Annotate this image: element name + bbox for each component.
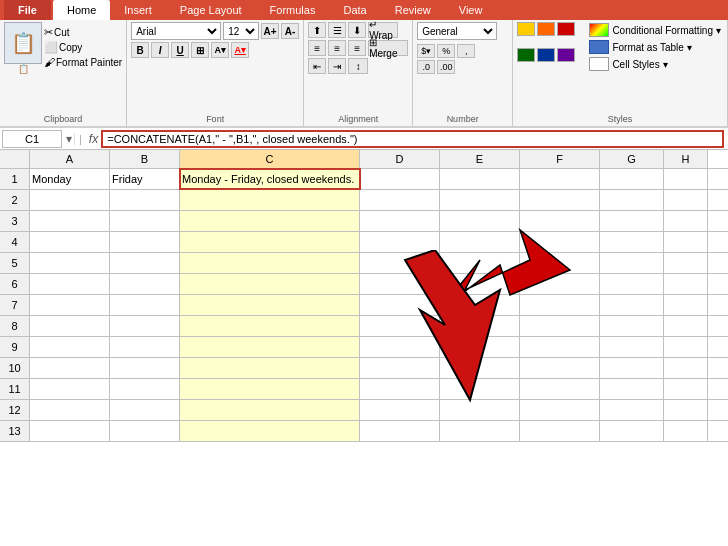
italic-button[interactable]: I: [151, 42, 169, 58]
col-header-b[interactable]: B: [110, 150, 180, 168]
indent-increase-button[interactable]: ⇥: [328, 58, 346, 74]
row-num-8: 8: [0, 316, 30, 336]
number-row2: .0 .00: [417, 60, 508, 74]
cell-d1[interactable]: [360, 169, 440, 189]
cell-c2[interactable]: [180, 190, 360, 210]
col-header-a[interactable]: A: [30, 150, 110, 168]
decrease-font-button[interactable]: A-: [281, 23, 299, 39]
styles-right: Conditional Formatting ▾ Format as Table…: [587, 22, 723, 72]
table-row: 6: [0, 274, 728, 295]
cell-e1[interactable]: [440, 169, 520, 189]
font-group: Arial 12 A+ A- B I U ⊞ A▾ A▾: [127, 20, 304, 126]
formula-bar: C1 ▾ | fx =CONCATENATE(A1," - ",B1,", cl…: [0, 128, 728, 150]
merge-button[interactable]: ⊞ Merge: [368, 40, 408, 56]
tab-formulas[interactable]: Formulas: [256, 0, 330, 20]
format-painter-button[interactable]: 🖌 Format Painter: [44, 56, 122, 68]
table-row: 8: [0, 316, 728, 337]
tab-insert[interactable]: Insert: [110, 0, 166, 20]
tab-home[interactable]: Home: [53, 0, 110, 20]
row-num-9: 9: [0, 337, 30, 357]
swatch2: [537, 22, 555, 36]
cut-button[interactable]: ✂ Cut: [44, 26, 122, 39]
currency-button[interactable]: $▾: [417, 44, 435, 58]
tab-view[interactable]: View: [445, 0, 497, 20]
spreadsheet: A B C D E F G H 1 Monday Friday Monday -…: [0, 150, 728, 442]
percent-button[interactable]: %: [437, 44, 455, 58]
number-group: General $▾ % , .0 .00 Number: [413, 20, 513, 126]
increase-font-button[interactable]: A+: [261, 23, 279, 39]
cell-reference[interactable]: C1: [2, 130, 62, 148]
conditional-icon: [589, 23, 609, 37]
cell-f1[interactable]: [520, 169, 600, 189]
align-row2: ≡ ≡ ≡ ⊞ Merge: [308, 40, 408, 56]
decrease-decimal-button[interactable]: .00: [437, 60, 455, 74]
cell-a2[interactable]: [30, 190, 110, 210]
cell-a1[interactable]: Monday: [30, 169, 110, 189]
swatch6: [557, 48, 575, 62]
table-row: 10: [0, 358, 728, 379]
row-num-13: 13: [0, 421, 30, 441]
table-row: 11: [0, 379, 728, 400]
conditional-formatting-button[interactable]: Conditional Formatting ▾: [587, 22, 723, 38]
bottom-align-button[interactable]: ⬇: [348, 22, 366, 38]
col-header-c[interactable]: C: [180, 150, 360, 168]
wrap-text-button[interactable]: ↵ Wrap: [368, 22, 398, 38]
number-format-select[interactable]: General: [417, 22, 497, 40]
formula-input[interactable]: =CONCATENATE(A1," - ",B1,", closed weeke…: [101, 130, 724, 148]
ribbon: 📋 📋 ✂ Cut ⬜ Copy: [0, 20, 728, 128]
underline-button[interactable]: U: [171, 42, 189, 58]
col-header-e[interactable]: E: [440, 150, 520, 168]
format-painter-icon: 🖌: [44, 56, 55, 68]
bold-button[interactable]: B: [131, 42, 149, 58]
indent-decrease-button[interactable]: ⇤: [308, 58, 326, 74]
tab-file[interactable]: File: [4, 0, 51, 20]
cell-styles-button[interactable]: Cell Styles ▾: [587, 56, 723, 72]
tab-review[interactable]: Review: [381, 0, 445, 20]
cell-h1[interactable]: [664, 169, 708, 189]
row-num-11: 11: [0, 379, 30, 399]
font-size-select[interactable]: 12: [223, 22, 259, 40]
alignment-label: Alignment: [304, 114, 412, 124]
row-num-12: 12: [0, 400, 30, 420]
font-row2: B I U ⊞ A▾ A▾: [131, 42, 299, 58]
copy-button[interactable]: ⬜ Copy: [44, 41, 122, 54]
cell-b2[interactable]: [110, 190, 180, 210]
paste-button[interactable]: 📋 📋: [4, 22, 42, 74]
center-align-button[interactable]: ≡: [328, 40, 346, 56]
middle-align-button[interactable]: ☰: [328, 22, 346, 38]
col-header-g[interactable]: G: [600, 150, 664, 168]
increase-decimal-button[interactable]: .0: [417, 60, 435, 74]
font-name-select[interactable]: Arial: [131, 22, 221, 40]
tab-bar: File Home Insert Page Layout Formulas Da…: [0, 0, 728, 20]
styles-group-body: Conditional Formatting ▾ Format as Table…: [517, 22, 723, 72]
tab-data[interactable]: Data: [329, 0, 380, 20]
number-row1: $▾ % ,: [417, 44, 508, 58]
col-header-h[interactable]: H: [664, 150, 708, 168]
comma-button[interactable]: ,: [457, 44, 475, 58]
fill-color-button[interactable]: A▾: [211, 42, 229, 58]
fx-label: fx: [86, 132, 101, 146]
dropdown-arrow-icon[interactable]: ▾: [64, 132, 74, 146]
top-align-button[interactable]: ⬆: [308, 22, 326, 38]
border-button[interactable]: ⊞: [191, 42, 209, 58]
format-as-table-button[interactable]: Format as Table ▾: [587, 39, 723, 55]
text-direction-button[interactable]: ↕: [348, 58, 368, 74]
font-group-body: Arial 12 A+ A- B I U ⊞ A▾ A▾: [131, 22, 299, 62]
alignment-group-body: ⬆ ☰ ⬇ ↵ Wrap ≡ ≡ ≡ ⊞ Merge ⇤ ⇥ ↕: [308, 22, 408, 74]
formula-fx-divider: |: [74, 133, 86, 145]
cell-c1[interactable]: Monday - Friday, closed weekends. 📋 (Ctr…: [180, 169, 360, 189]
font-color-button[interactable]: A▾: [231, 42, 249, 58]
cell-b1[interactable]: Friday: [110, 169, 180, 189]
col-header-f[interactable]: F: [520, 150, 600, 168]
format-table-label: Format as Table: [612, 42, 684, 53]
number-group-body: General $▾ % , .0 .00: [417, 22, 508, 74]
cell-g1[interactable]: [600, 169, 664, 189]
right-align-button[interactable]: ≡: [348, 40, 366, 56]
tab-page-layout[interactable]: Page Layout: [166, 0, 256, 20]
font-label: Font: [127, 114, 303, 124]
format-table-icon: [589, 40, 609, 54]
col-header-d[interactable]: D: [360, 150, 440, 168]
left-align-button[interactable]: ≡: [308, 40, 326, 56]
number-label: Number: [413, 114, 512, 124]
cell-styles-arrow: ▾: [663, 59, 668, 70]
